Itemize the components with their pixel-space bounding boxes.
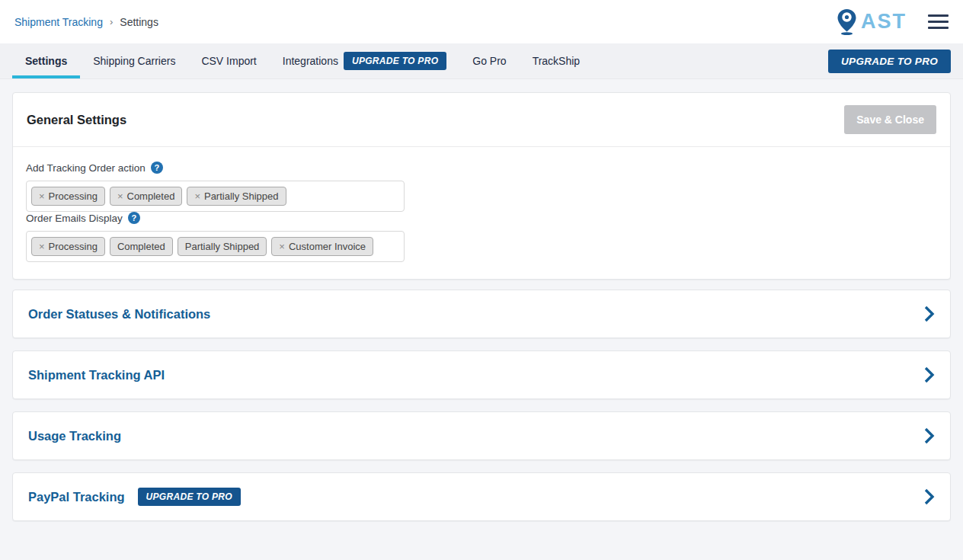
remove-tag-icon[interactable]: × [39, 242, 45, 251]
order-emails-display-field: Order Emails Display ? × Processing Comp… [26, 212, 937, 262]
remove-tag-icon[interactable]: × [279, 242, 285, 251]
section-usage-tracking[interactable]: Usage Tracking [12, 411, 951, 460]
upgrade-to-pro-badge[interactable]: UPGRADE TO PRO [344, 52, 446, 70]
remove-tag-icon[interactable]: × [39, 191, 45, 201]
tab-trackship[interactable]: TrackShip [520, 43, 593, 78]
tab-go-pro[interactable]: Go Pro [459, 43, 519, 78]
chevron-right-icon [923, 305, 935, 323]
tag-partially-shipped: Partially Shipped [178, 237, 267, 256]
ast-logo: AST [837, 8, 907, 36]
top-header: Shipment Tracking › Settings AST [0, 0, 963, 43]
tag-processing: × Processing [31, 187, 105, 206]
breadcrumb-link-shipment-tracking[interactable]: Shipment Tracking [14, 16, 103, 28]
remove-tag-icon[interactable]: × [117, 191, 123, 201]
breadcrumb: Shipment Tracking › Settings [14, 16, 158, 28]
hamburger-menu-icon[interactable] [928, 14, 949, 29]
breadcrumb-current: Settings [120, 16, 158, 28]
breadcrumb-separator-icon: › [110, 16, 113, 27]
remove-tag-icon[interactable]: × [194, 191, 200, 201]
settings-tab-bar: Settings Shipping Carriers CSV Import In… [0, 43, 963, 79]
tab-integrations[interactable]: Integrations UPGRADE TO PRO [270, 43, 460, 78]
chevron-right-icon [923, 366, 935, 384]
general-settings-title: General Settings [27, 113, 126, 127]
order-emails-multiselect[interactable]: × Processing Completed Partially Shipped… [26, 231, 405, 262]
chevron-right-icon [923, 488, 935, 506]
section-order-statuses-notifications[interactable]: Order Statuses & Notifications [12, 290, 951, 338]
section-shipment-tracking-api[interactable]: Shipment Tracking API [12, 350, 951, 399]
save-close-button[interactable]: Save & Close [844, 105, 936, 134]
tab-shipping-carriers[interactable]: Shipping Carriers [80, 43, 188, 78]
location-pin-icon [837, 8, 857, 36]
field-label: Add Tracking Order action [26, 162, 146, 174]
tab-settings[interactable]: Settings [12, 43, 80, 78]
field-label: Order Emails Display [26, 213, 123, 224]
add-tracking-order-action-field: Add Tracking Order action ? × Processing… [26, 162, 937, 212]
section-paypal-tracking[interactable]: PayPal Tracking UPGRADE TO PRO [12, 472, 951, 521]
logo-text: AST [861, 8, 907, 34]
general-settings-card: General Settings Save & Close Add Tracki… [12, 92, 951, 280]
tag-processing: × Processing [31, 237, 105, 256]
order-action-multiselect[interactable]: × Processing × Completed × Partially Shi… [26, 181, 405, 212]
chevron-right-icon [923, 427, 935, 445]
upgrade-to-pro-button[interactable]: UPGRADE TO PRO [828, 50, 951, 73]
help-icon[interactable]: ? [128, 212, 140, 224]
tab-csv-import[interactable]: CSV Import [188, 43, 269, 78]
settings-content: General Settings Save & Close Add Tracki… [0, 79, 963, 521]
upgrade-to-pro-badge[interactable]: UPGRADE TO PRO [138, 488, 241, 506]
tag-completed: Completed [110, 237, 173, 256]
tag-completed: × Completed [110, 187, 182, 206]
tag-partially-shipped: × Partially Shipped [187, 187, 286, 206]
help-icon[interactable]: ? [151, 162, 163, 174]
tag-customer-invoice: × Customer Invoice [271, 237, 373, 256]
